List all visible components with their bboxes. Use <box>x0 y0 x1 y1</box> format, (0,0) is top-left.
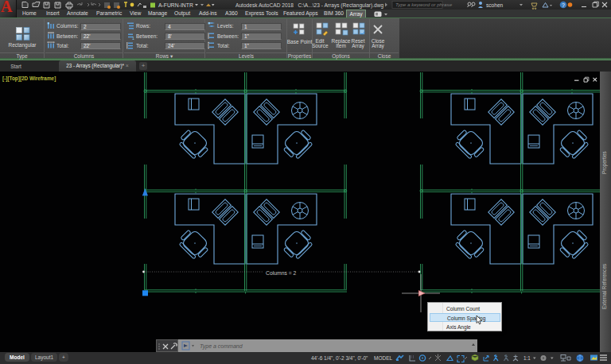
svg-text:A-FURN-INTR: A-FURN-INTR <box>158 2 193 8</box>
svg-text:?: ? <box>562 2 565 8</box>
svg-text:Type a command: Type a command <box>200 343 243 350</box>
svg-text:scohen: scohen <box>486 2 504 8</box>
svg-text:Columns = 2: Columns = 2 <box>266 270 297 276</box>
svg-text:Type a keyword or phrase: Type a keyword or phrase <box>395 2 453 7</box>
svg-text:Autodesk AutoCAD 2018 C:\A..: Autodesk AutoCAD 2018 C:\A...\23 - Array… <box>235 2 384 9</box>
svg-text:1: 1 <box>132 36 134 41</box>
svg-text:1:1: 1:1 <box>523 355 531 361</box>
